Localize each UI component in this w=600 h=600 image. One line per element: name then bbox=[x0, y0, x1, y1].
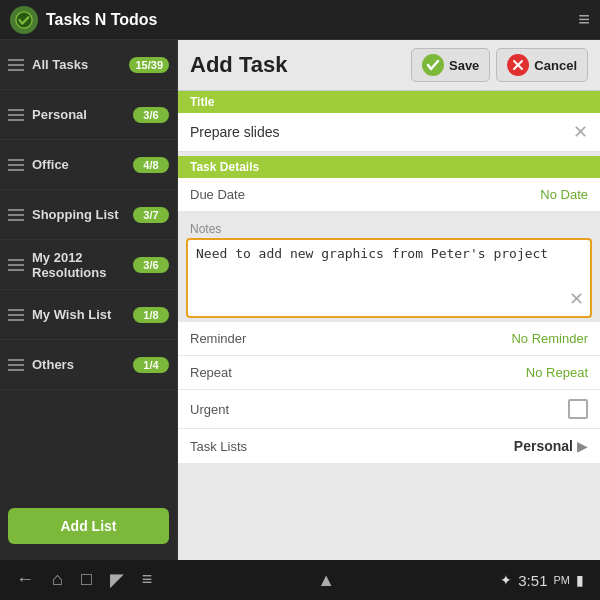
sidebar-item-personal[interactable]: Personal 3/6 bbox=[0, 90, 177, 140]
sidebar-badge-shopping: 3/7 bbox=[133, 207, 169, 223]
hamburger-icon[interactable]: ≡ bbox=[142, 569, 153, 591]
sidebar-item-office-label: Office bbox=[32, 157, 133, 172]
battery-icon: ▮ bbox=[576, 572, 584, 588]
sidebar-badge-all-tasks: 15/39 bbox=[129, 57, 169, 73]
due-date-value: No Date bbox=[540, 187, 588, 202]
sidebar-item-personal-label: Personal bbox=[32, 107, 133, 122]
save-label: Save bbox=[449, 58, 479, 73]
menu-lines-icon bbox=[8, 159, 24, 171]
task-lists-row[interactable]: Task Lists Personal ▶ bbox=[178, 429, 600, 464]
page-title: Add Task bbox=[190, 52, 411, 78]
title-input[interactable] bbox=[190, 124, 573, 140]
sidebar-item-wish-list[interactable]: My Wish List 1/8 bbox=[0, 290, 177, 340]
urgent-label: Urgent bbox=[190, 402, 568, 417]
reminder-row[interactable]: Reminder No Reminder bbox=[178, 322, 600, 356]
urgent-checkbox[interactable] bbox=[568, 399, 588, 419]
sidebar-item-shopping-list[interactable]: Shopping List 3/7 bbox=[0, 190, 177, 240]
bottom-bar: ← ⌂ □ ◤ ≡ ▲ ✦ 3:51 PM ▮ bbox=[0, 560, 600, 600]
cancel-x-icon bbox=[507, 54, 529, 76]
sidebar-item-resolutions-label: My 2012 Resolutions bbox=[32, 250, 133, 280]
menu-lines-icon bbox=[8, 359, 24, 371]
due-date-row[interactable]: Due Date No Date bbox=[178, 178, 600, 212]
cancel-button[interactable]: Cancel bbox=[496, 48, 588, 82]
task-details-section: Task Details Due Date No Date Notes ✕ Re… bbox=[178, 152, 600, 464]
sidebar-item-shopping-label: Shopping List bbox=[32, 207, 133, 222]
main-layout: All Tasks 15/39 Personal 3/6 Office 4/8 … bbox=[0, 40, 600, 560]
sidebar-badge-resolutions: 3/6 bbox=[133, 257, 169, 273]
sidebar-item-others[interactable]: Others 1/4 bbox=[0, 340, 177, 390]
sidebar-item-resolutions[interactable]: My 2012 Resolutions 3/6 bbox=[0, 240, 177, 290]
menu-lines-icon bbox=[8, 259, 24, 271]
sidebar-badge-personal: 3/6 bbox=[133, 107, 169, 123]
due-date-label: Due Date bbox=[190, 187, 540, 202]
reminder-label: Reminder bbox=[190, 331, 511, 346]
add-list-button[interactable]: Add List bbox=[8, 508, 169, 544]
cancel-label: Cancel bbox=[534, 58, 577, 73]
sidebar-badge-others: 1/4 bbox=[133, 357, 169, 373]
notes-input[interactable] bbox=[196, 246, 582, 306]
home-icon[interactable]: ⌂ bbox=[52, 569, 63, 591]
bottom-center-nav[interactable]: ▲ bbox=[317, 570, 335, 591]
notes-clear-icon[interactable]: ✕ bbox=[569, 288, 584, 310]
task-lists-arrow-icon: ▶ bbox=[577, 438, 588, 454]
menu-lines-icon bbox=[8, 59, 24, 71]
top-bar: Tasks N Todos ≡ bbox=[0, 0, 600, 40]
sidebar-badge-wish: 1/8 bbox=[133, 307, 169, 323]
menu-lines-icon bbox=[8, 209, 24, 221]
title-label-bar: Title bbox=[178, 91, 600, 113]
sidebar-item-all-tasks[interactable]: All Tasks 15/39 bbox=[0, 40, 177, 90]
recent-icon[interactable]: □ bbox=[81, 569, 92, 591]
repeat-row[interactable]: Repeat No Repeat bbox=[178, 356, 600, 390]
urgent-row[interactable]: Urgent bbox=[178, 390, 600, 429]
app-logo bbox=[10, 6, 38, 34]
notes-area: ✕ bbox=[186, 238, 592, 318]
sidebar: All Tasks 15/39 Personal 3/6 Office 4/8 … bbox=[0, 40, 178, 560]
title-field-row: ✕ bbox=[178, 113, 600, 152]
task-details-label-bar: Task Details bbox=[178, 156, 600, 178]
am-pm-display: PM bbox=[553, 574, 570, 586]
title-clear-icon[interactable]: ✕ bbox=[573, 121, 588, 143]
task-lists-value: Personal bbox=[514, 438, 573, 454]
save-button[interactable]: Save bbox=[411, 48, 490, 82]
bottom-right: ✦ 3:51 PM ▮ bbox=[500, 572, 584, 589]
bluetooth-icon: ✦ bbox=[500, 572, 512, 588]
time-display: 3:51 bbox=[518, 572, 547, 589]
title-section: Title ✕ bbox=[178, 91, 600, 152]
sidebar-item-others-label: Others bbox=[32, 357, 133, 372]
back-icon[interactable]: ← bbox=[16, 569, 34, 591]
bottom-nav: ← ⌂ □ ◤ ≡ bbox=[16, 569, 152, 591]
app-title: Tasks N Todos bbox=[46, 11, 578, 29]
reminder-value: No Reminder bbox=[511, 331, 588, 346]
menu-lines-icon bbox=[8, 309, 24, 321]
task-lists-label: Task Lists bbox=[190, 439, 514, 454]
sidebar-item-all-tasks-label: All Tasks bbox=[32, 57, 129, 72]
repeat-value: No Repeat bbox=[526, 365, 588, 380]
screenshot-icon[interactable]: ◤ bbox=[110, 569, 124, 591]
notes-label: Notes bbox=[178, 216, 600, 238]
sidebar-item-wish-label: My Wish List bbox=[32, 307, 133, 322]
repeat-label: Repeat bbox=[190, 365, 526, 380]
sidebar-item-office[interactable]: Office 4/8 bbox=[0, 140, 177, 190]
form-header: Add Task Save Cancel bbox=[178, 40, 600, 91]
menu-lines-icon bbox=[8, 109, 24, 121]
sidebar-badge-office: 4/8 bbox=[133, 157, 169, 173]
svg-point-0 bbox=[16, 11, 32, 27]
menu-icon[interactable]: ≡ bbox=[578, 8, 590, 31]
save-check-icon bbox=[422, 54, 444, 76]
content-area: Add Task Save Cancel bbox=[178, 40, 600, 560]
